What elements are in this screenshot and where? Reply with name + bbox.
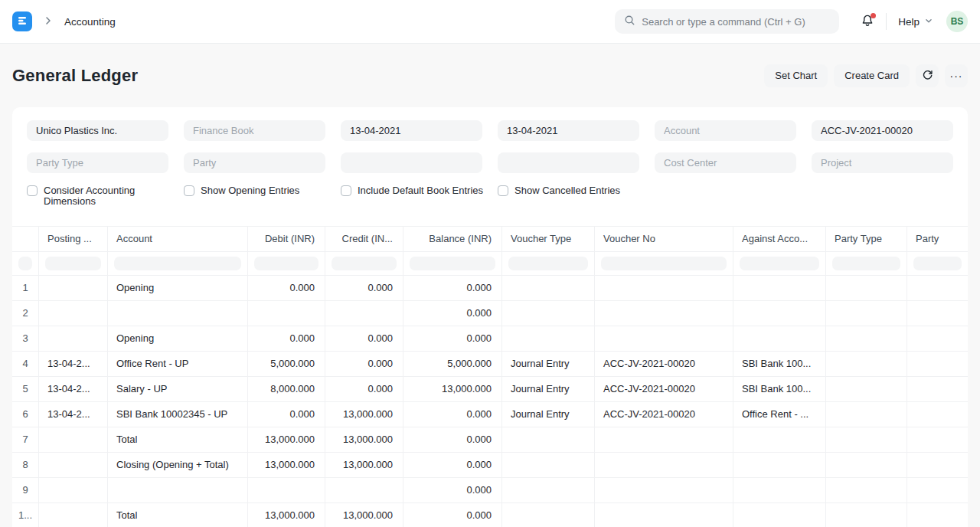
checkbox-input[interactable] bbox=[341, 185, 351, 196]
cell-account[interactable] bbox=[108, 301, 248, 326]
cell-num[interactable]: 3 bbox=[12, 326, 39, 352]
notifications-button[interactable] bbox=[861, 14, 874, 30]
cell-party_type[interactable] bbox=[826, 301, 907, 326]
cell-voucher_no[interactable] bbox=[595, 503, 733, 527]
filter-field-blank-1[interactable] bbox=[341, 152, 482, 173]
cell-account[interactable]: Salary - UP bbox=[108, 377, 248, 402]
column-filter-input[interactable] bbox=[508, 257, 588, 270]
cell-posting[interactable]: 13-04-2... bbox=[39, 377, 108, 402]
refresh-button[interactable] bbox=[916, 64, 939, 87]
cell-party_type[interactable] bbox=[826, 453, 907, 478]
cell-party[interactable] bbox=[907, 352, 968, 377]
cell-against[interactable] bbox=[733, 478, 826, 503]
cell-party_type[interactable] bbox=[826, 276, 907, 301]
column-filter-input[interactable] bbox=[913, 257, 962, 270]
filter-field-from-date[interactable] bbox=[341, 120, 482, 141]
help-menu[interactable]: Help bbox=[898, 15, 934, 28]
cell-against[interactable] bbox=[733, 453, 826, 478]
cell-account[interactable]: Opening bbox=[108, 276, 248, 301]
cell-balance[interactable]: 5,000.000 bbox=[403, 352, 502, 377]
search-input[interactable] bbox=[642, 16, 830, 28]
cell-party[interactable] bbox=[907, 503, 968, 527]
column-filter-input[interactable] bbox=[114, 257, 241, 270]
cell-voucher_no[interactable] bbox=[595, 276, 733, 301]
more-menu-button[interactable]: ··· bbox=[945, 64, 968, 87]
cell-against[interactable]: SBI Bank 100... bbox=[733, 377, 826, 402]
cell-party[interactable] bbox=[907, 402, 968, 427]
cell-posting[interactable] bbox=[39, 503, 108, 527]
cell-voucher_type[interactable] bbox=[502, 503, 595, 527]
filter-field-blank-2[interactable] bbox=[498, 152, 639, 173]
cell-voucher_type[interactable] bbox=[502, 478, 595, 503]
cell-party[interactable] bbox=[907, 427, 968, 453]
cell-party_type[interactable] bbox=[826, 427, 907, 453]
cell-party_type[interactable] bbox=[826, 402, 907, 427]
checkbox-item[interactable]: Show Opening Entries bbox=[184, 185, 341, 196]
cell-posting[interactable]: 13-04-2... bbox=[39, 402, 108, 427]
cell-voucher_type[interactable]: Journal Entry bbox=[502, 402, 595, 427]
cell-voucher_type[interactable] bbox=[502, 427, 595, 453]
cell-voucher_no[interactable] bbox=[595, 478, 733, 503]
cell-num[interactable]: 8 bbox=[12, 453, 39, 478]
column-header[interactable]: Party bbox=[907, 227, 968, 252]
cell-account[interactable]: Closing (Opening + Total) bbox=[108, 453, 248, 478]
cell-against[interactable]: Office Rent - ... bbox=[733, 402, 826, 427]
cell-debit[interactable]: 13,000.000 bbox=[248, 503, 325, 527]
filter-field-party[interactable] bbox=[184, 152, 325, 173]
cell-party_type[interactable] bbox=[826, 352, 907, 377]
cell-num[interactable]: 9 bbox=[12, 478, 39, 503]
cell-debit[interactable] bbox=[248, 301, 325, 326]
column-filter-input[interactable] bbox=[832, 257, 900, 270]
cell-balance[interactable]: 13,000.000 bbox=[403, 377, 502, 402]
cell-party_type[interactable] bbox=[826, 326, 907, 352]
column-filter-input[interactable] bbox=[45, 257, 101, 270]
app-logo[interactable] bbox=[12, 11, 32, 31]
cell-credit[interactable] bbox=[325, 301, 403, 326]
cell-debit[interactable]: 13,000.000 bbox=[248, 427, 325, 453]
cell-debit[interactable]: 5,000.000 bbox=[248, 352, 325, 377]
cell-debit[interactable]: 0.000 bbox=[248, 402, 325, 427]
cell-against[interactable]: SBI Bank 100... bbox=[733, 352, 826, 377]
cell-num[interactable]: 1 bbox=[12, 276, 39, 301]
cell-debit[interactable]: 0.000 bbox=[248, 326, 325, 352]
cell-posting[interactable] bbox=[39, 478, 108, 503]
cell-against[interactable] bbox=[733, 276, 826, 301]
cell-party[interactable] bbox=[907, 478, 968, 503]
column-header[interactable] bbox=[12, 227, 39, 252]
cell-credit[interactable]: 13,000.000 bbox=[325, 402, 403, 427]
cell-balance[interactable]: 0.000 bbox=[403, 427, 502, 453]
cell-voucher_type[interactable]: Journal Entry bbox=[502, 352, 595, 377]
cell-num[interactable]: 4 bbox=[12, 352, 39, 377]
filter-field-party-type[interactable] bbox=[27, 152, 168, 173]
checkbox-item[interactable]: Include Default Book Entries bbox=[341, 185, 498, 196]
cell-credit[interactable]: 0.000 bbox=[325, 326, 403, 352]
cell-voucher_type[interactable] bbox=[502, 453, 595, 478]
cell-against[interactable] bbox=[733, 301, 826, 326]
cell-party[interactable] bbox=[907, 453, 968, 478]
cell-posting[interactable] bbox=[39, 276, 108, 301]
column-header[interactable]: Balance (INR) bbox=[403, 227, 502, 252]
cell-voucher_type[interactable] bbox=[502, 301, 595, 326]
cell-account[interactable]: SBI Bank 10002345 - UP bbox=[108, 402, 248, 427]
checkbox-input[interactable] bbox=[498, 185, 508, 196]
cell-account[interactable]: Office Rent - UP bbox=[108, 352, 248, 377]
cell-balance[interactable]: 0.000 bbox=[403, 478, 502, 503]
column-header[interactable]: Debit (INR) bbox=[248, 227, 325, 252]
cell-party[interactable] bbox=[907, 276, 968, 301]
column-header[interactable]: Voucher No bbox=[595, 227, 733, 252]
user-avatar[interactable]: BS bbox=[946, 11, 968, 32]
cell-balance[interactable]: 0.000 bbox=[403, 301, 502, 326]
filter-field-cost-center[interactable] bbox=[655, 152, 796, 173]
cell-voucher_no[interactable] bbox=[595, 453, 733, 478]
column-header[interactable]: Against Acco... bbox=[733, 227, 826, 252]
cell-balance[interactable]: 0.000 bbox=[403, 503, 502, 527]
column-header[interactable]: Account bbox=[108, 227, 248, 252]
cell-posting[interactable]: 13-04-2... bbox=[39, 352, 108, 377]
cell-against[interactable] bbox=[733, 503, 826, 527]
cell-debit[interactable]: 8,000.000 bbox=[248, 377, 325, 402]
column-filter-input[interactable] bbox=[601, 257, 727, 270]
filter-field-to-date[interactable] bbox=[498, 120, 639, 141]
checkbox-input[interactable] bbox=[184, 185, 194, 196]
cell-balance[interactable]: 0.000 bbox=[403, 402, 502, 427]
cell-party[interactable] bbox=[907, 301, 968, 326]
